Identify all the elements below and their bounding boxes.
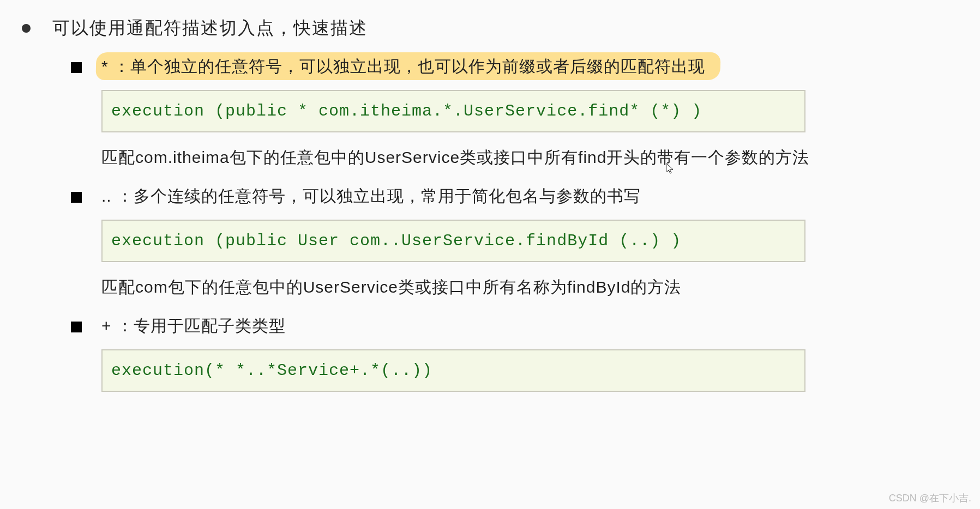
wildcard-star-heading: * ：单个独立的任意符号，可以独立出现，也可以作为前缀或者后缀的匹配符出现 [71,56,958,78]
code-block-star: execution (public * com.itheima.*.UserSe… [101,90,805,132]
bullet-square-icon [71,192,82,203]
main-heading-row: 可以使用通配符描述切入点，快速描述 [22,16,958,40]
wildcard-plus-item: + ：专用于匹配子类类型 execution(* *..*Service+.*(… [71,315,958,392]
wildcard-star-item: * ：单个独立的任意符号，可以独立出现，也可以作为前缀或者后缀的匹配符出现 ex… [71,56,958,169]
watermark-text: CSDN @在下小吉. [889,492,971,505]
code-block-dotdot: execution (public User com..UserService.… [101,220,805,262]
sub-list: * ：单个独立的任意符号，可以独立出现，也可以作为前缀或者后缀的匹配符出现 ex… [71,56,958,392]
description-star: 匹配com.itheima包下的任意包中的UserService类或接口中所有f… [101,147,958,169]
description-dotdot: 匹配com包下的任意包中的UserService类或接口中所有名称为findBy… [101,276,958,299]
bullet-square-icon [71,62,82,73]
wildcard-star-title-text: * ：单个独立的任意符号，可以独立出现，也可以作为前缀或者后缀的匹配符出现 [101,57,705,75]
wildcard-star-title: * ：单个独立的任意符号，可以独立出现，也可以作为前缀或者后缀的匹配符出现 [101,56,705,78]
wildcard-plus-title: + ：专用于匹配子类类型 [101,315,286,337]
wildcard-dotdot-item: .. ：多个连续的任意符号，可以独立出现，常用于简化包名与参数的书写 execu… [71,185,958,299]
bullet-square-icon [71,322,82,332]
wildcard-dotdot-title: .. ：多个连续的任意符号，可以独立出现，常用于简化包名与参数的书写 [101,185,641,208]
highlight-marker: * ：单个独立的任意符号，可以独立出现，也可以作为前缀或者后缀的匹配符出现 [101,56,705,78]
code-block-plus: execution(* *..*Service+.*(..)) [101,349,805,392]
wildcard-dotdot-heading: .. ：多个连续的任意符号，可以独立出现，常用于简化包名与参数的书写 [71,185,958,208]
bullet-circle-icon [22,24,31,33]
wildcard-plus-heading: + ：专用于匹配子类类型 [71,315,958,337]
main-heading-text: 可以使用通配符描述切入点，快速描述 [52,16,368,40]
